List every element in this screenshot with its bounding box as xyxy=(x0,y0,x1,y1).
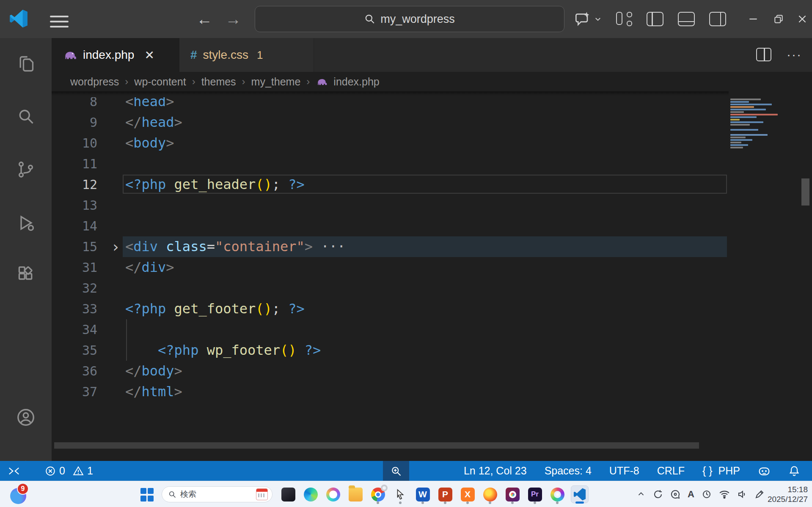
line-number: 13 xyxy=(52,195,97,216)
breadcrumb-item[interactable]: my_theme xyxy=(251,76,301,88)
code-text: </html> xyxy=(125,381,182,402)
code-text: <div class="container"> ··· xyxy=(125,236,345,257)
code-line-14[interactable]: 14 xyxy=(52,216,729,236)
code-line-32[interactable]: 32 xyxy=(52,278,729,299)
remote-indicator-icon[interactable] xyxy=(0,461,26,481)
line-number: 14 xyxy=(52,216,97,236)
corner-app-icon[interactable]: 9 xyxy=(10,485,29,504)
encoding[interactable]: UTF-8 xyxy=(603,461,645,481)
code-line-8[interactable]: 8<head> xyxy=(52,97,729,112)
search-icon[interactable] xyxy=(12,102,40,130)
copilot-icon[interactable] xyxy=(752,461,776,481)
source-control-icon[interactable] xyxy=(12,156,40,184)
customize-layout-icon[interactable] xyxy=(616,12,632,26)
taskbar-search[interactable]: 検索 xyxy=(162,486,273,502)
code-line-9[interactable]: 9</head> xyxy=(52,112,729,133)
file-explorer-icon[interactable] xyxy=(347,485,364,503)
cursor-icon[interactable] xyxy=(391,485,409,503)
code-line-37[interactable]: 37</html> xyxy=(52,381,729,402)
code-line-35[interactable]: 35 <?php wp_footer() ?> xyxy=(52,340,729,361)
tab-label: style.css xyxy=(203,48,248,62)
fold-chevron-icon[interactable]: › xyxy=(108,236,123,257)
powerpoint-icon[interactable] xyxy=(436,485,454,503)
time: 15:18 xyxy=(768,485,808,494)
tab-problem-badge: 1 xyxy=(257,49,263,62)
running-indicator xyxy=(444,502,446,504)
photos-icon[interactable] xyxy=(504,485,521,503)
minimap-line xyxy=(730,139,752,141)
start-button-icon[interactable] xyxy=(140,488,154,502)
chat-badge-icon[interactable] xyxy=(670,489,680,499)
code-line-34[interactable]: 34 xyxy=(52,319,729,340)
problems-indicator[interactable]: 0 1 xyxy=(39,461,99,481)
clock-icon[interactable] xyxy=(702,489,712,499)
breadcrumb-item[interactable]: wordpress xyxy=(70,76,119,88)
language-mode[interactable]: { } PHP xyxy=(696,461,746,481)
copilot-icon[interactable] xyxy=(324,485,342,503)
clock[interactable]: 15:18 2025/12/27 xyxy=(768,485,808,504)
code-editor[interactable]: 8<head>9</head>10<body>1112<?php get_hea… xyxy=(52,97,729,442)
ime-icon[interactable]: A xyxy=(688,489,694,500)
explorer-icon[interactable] xyxy=(12,50,40,78)
extensions-icon[interactable] xyxy=(12,260,40,288)
close-icon[interactable] xyxy=(790,7,812,31)
code-line-13[interactable]: 13 xyxy=(52,195,729,216)
code-line-36[interactable]: 36</body> xyxy=(52,361,729,381)
zoom-in-icon[interactable] xyxy=(383,461,409,481)
account-icon[interactable] xyxy=(12,403,40,431)
run-debug-icon[interactable] xyxy=(12,209,40,237)
word-icon[interactable] xyxy=(414,485,432,503)
vertical-scrollbar[interactable] xyxy=(801,178,809,206)
bell-icon[interactable] xyxy=(782,461,806,481)
code-line-11[interactable]: 11 xyxy=(52,153,729,174)
tab-style-css[interactable]: # style.css 1 xyxy=(179,38,314,72)
xampp-icon[interactable] xyxy=(459,485,476,503)
line-number: 8 xyxy=(52,97,97,112)
indentation[interactable]: Spaces: 4 xyxy=(539,461,597,481)
volume-icon[interactable] xyxy=(737,489,747,499)
toggle-sidebar-right-icon[interactable] xyxy=(709,12,726,26)
command-center-search[interactable]: my_wordpress xyxy=(255,6,564,32)
code-text: <?php wp_footer() ?> xyxy=(125,340,321,361)
code-line-33[interactable]: 33<?php get_footer(); ?> xyxy=(52,299,729,319)
toggle-sidebar-left-icon[interactable] xyxy=(647,12,663,26)
breadcrumb-item[interactable]: index.php xyxy=(333,76,379,88)
restore-icon[interactable] xyxy=(767,7,790,31)
calendar-promo-icon[interactable] xyxy=(256,488,268,500)
tab-index-php[interactable]: index.php ✕ xyxy=(52,38,179,72)
code-line-12[interactable]: 12<?php get_header(); ?> xyxy=(52,174,729,195)
braces-icon: { } xyxy=(702,465,713,477)
code-text: </div> xyxy=(125,257,174,278)
pen-icon[interactable] xyxy=(754,489,765,499)
copilot-chat-icon[interactable] xyxy=(575,11,602,27)
forward-arrow-icon[interactable]: → xyxy=(223,9,243,29)
wifi-icon[interactable] xyxy=(719,489,730,500)
breadcrumb-item[interactable]: wp-content xyxy=(134,76,186,88)
menu-icon[interactable] xyxy=(50,12,69,26)
cursor-position[interactable]: Ln 12, Col 23 xyxy=(458,461,533,481)
chrome-icon[interactable] xyxy=(369,485,387,503)
horizontal-scrollbar[interactable] xyxy=(54,442,699,449)
phone-link-icon[interactable] xyxy=(279,485,297,503)
creative-cloud-icon[interactable] xyxy=(548,485,566,503)
more-actions-icon[interactable]: ··· xyxy=(787,47,802,62)
minimize-icon[interactable] xyxy=(741,7,765,31)
code-line-31[interactable]: 31</div> xyxy=(52,257,729,278)
firefox-icon[interactable] xyxy=(481,485,499,503)
tab-close-icon[interactable]: ✕ xyxy=(144,48,154,62)
toggle-panel-icon[interactable] xyxy=(678,12,695,26)
eol-sequence[interactable]: CRLF xyxy=(651,461,691,481)
back-arrow-icon[interactable]: ← xyxy=(195,9,214,29)
minimap-line xyxy=(730,142,741,143)
split-editor-icon[interactable] xyxy=(756,48,771,61)
minimap[interactable] xyxy=(730,99,800,149)
edge-icon[interactable] xyxy=(302,485,319,503)
breadcrumb-item[interactable]: themes xyxy=(201,76,236,88)
code-line-15[interactable]: 15›<div class="container"> ··· xyxy=(52,236,729,257)
code-line-10[interactable]: 10<body> xyxy=(52,133,729,153)
sync-icon[interactable] xyxy=(653,489,663,499)
running-indicator xyxy=(556,502,559,504)
premiere-icon[interactable] xyxy=(526,485,544,503)
vscode-icon[interactable] xyxy=(571,485,589,503)
chevron-up-icon[interactable] xyxy=(636,490,646,499)
